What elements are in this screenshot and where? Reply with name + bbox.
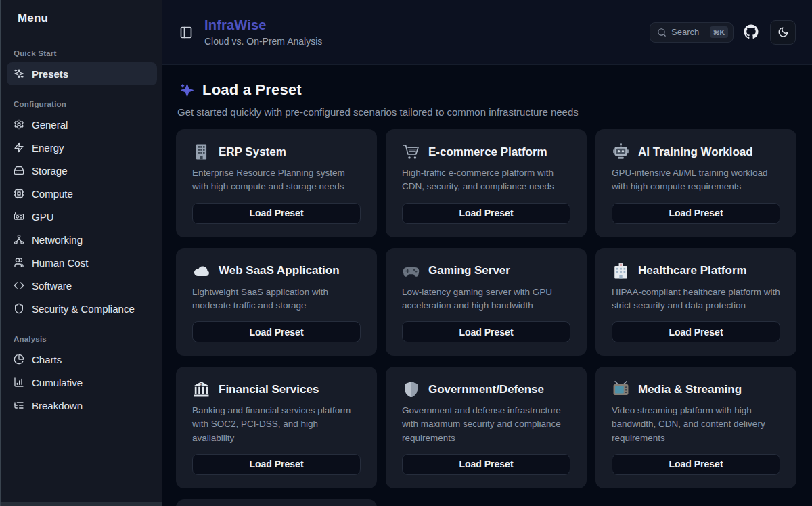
sidebar-toggle-button[interactable]	[177, 24, 195, 41]
tv-icon	[612, 380, 630, 398]
load-preset-button[interactable]: Load Preset	[402, 321, 570, 342]
gamepad-icon	[402, 262, 420, 280]
sidebar-nav-analysis: Charts Cumulative Breakdown	[1, 348, 162, 417]
sidebar-item-storage[interactable]: Storage	[7, 159, 157, 182]
load-preset-button[interactable]: Load Preset	[192, 454, 361, 475]
search-button[interactable]: Search ⌘K	[650, 22, 734, 43]
load-preset-button[interactable]: Load Preset	[402, 203, 570, 224]
github-link[interactable]	[744, 24, 760, 41]
sidebar-item-label: Cumulative	[32, 377, 83, 388]
sidebar-nav-quick-start: Presets	[1, 62, 162, 85]
code-icon	[14, 280, 24, 291]
bar-chart-icon	[14, 377, 24, 388]
preset-description: Video streaming platform with high bandw…	[612, 404, 780, 445]
preset-card-header: E-commerce Platform	[402, 143, 570, 161]
sidebar-item-security-compliance[interactable]: Security & Compliance	[7, 297, 157, 320]
shield-emoji-icon	[402, 380, 420, 398]
app-title: InfraWise	[204, 18, 322, 33]
preset-card-header: Web SaaS Application	[192, 262, 361, 280]
search-icon	[657, 28, 667, 37]
preset-card-ai-training-workload: AI Training Workload GPU-intensive AI/ML…	[595, 129, 796, 237]
preset-grid: ERP System Enterprise Resource Planning …	[176, 129, 796, 506]
load-preset-button[interactable]: Load Preset	[402, 454, 570, 475]
sidebar-item-software[interactable]: Software	[7, 274, 157, 297]
sidebar-item-energy[interactable]: Energy	[7, 136, 157, 159]
preset-card-government-defense: Government/Defense Government and defens…	[386, 367, 587, 488]
sidebar-header: Menu	[1, 0, 162, 34]
preset-card-header: Gaming Server	[402, 262, 570, 280]
preset-description: Low-latency gaming server with GPU accel…	[402, 285, 570, 313]
header-actions: Search ⌘K	[650, 20, 796, 45]
preset-title: Government/Defense	[428, 383, 544, 396]
sidebar: Menu Quick Start Presets Configuration G…	[0, 0, 162, 506]
preset-title: Financial Services	[219, 383, 319, 396]
sparkles-purple-icon	[179, 83, 195, 98]
app-title-block: InfraWise Cloud vs. On-Prem Analysis	[204, 18, 322, 47]
preset-card-erp-system: ERP System Enterprise Resource Planning …	[176, 129, 377, 237]
preset-card-header: Government/Defense	[402, 380, 570, 398]
preset-description: Government and defense infrastructure wi…	[402, 404, 570, 445]
search-shortcut-kbd: ⌘K	[710, 26, 728, 38]
settings-icon	[14, 119, 24, 130]
network-icon	[14, 234, 24, 245]
load-preset-button[interactable]: Load Preset	[612, 454, 780, 475]
hospital-icon	[612, 262, 630, 280]
preset-card-gaming-server: Gaming Server Low-latency gaming server …	[386, 248, 587, 356]
sidebar-item-human-cost[interactable]: Human Cost	[7, 251, 157, 274]
section-label-configuration: Configuration	[1, 100, 162, 108]
main-content: Load a Preset Get started quickly with p…	[162, 65, 812, 506]
sidebar-item-label: Security & Compliance	[32, 303, 135, 315]
bank-icon: $	[192, 380, 210, 398]
app-header: InfraWise Cloud vs. On-Prem Analysis Sea…	[162, 0, 812, 65]
sidebar-section-configuration: Configuration General Energy Storage Com…	[1, 85, 162, 320]
preset-card-partial	[176, 499, 377, 506]
sidebar-item-label: GPU	[32, 211, 54, 223]
users-icon	[14, 257, 24, 268]
preset-card-header: AI Training Workload	[612, 143, 780, 161]
preset-card-header: Media & Streaming	[612, 380, 780, 398]
load-preset-button[interactable]: Load Preset	[192, 203, 361, 224]
cpu-icon	[14, 188, 24, 199]
sidebar-item-cumulative[interactable]: Cumulative	[7, 371, 157, 394]
page-heading: Load a Preset	[179, 81, 796, 99]
preset-title: AI Training Workload	[638, 145, 753, 159]
sidebar-item-label: General	[32, 119, 68, 131]
preset-description: Lightweight SaaS application with modera…	[192, 285, 361, 313]
pie-chart-icon	[14, 354, 24, 365]
sidebar-section-quick-start: Quick Start Presets	[1, 34, 162, 85]
preset-title: E-commerce Platform	[428, 145, 547, 159]
search-label: Search	[671, 27, 699, 37]
section-label-analysis: Analysis	[1, 335, 162, 343]
preset-description: High-traffic e-commerce platform with CD…	[402, 166, 570, 194]
section-label-quick-start: Quick Start	[1, 49, 162, 58]
sidebar-item-label: Compute	[32, 188, 73, 200]
sidebar-item-breakdown[interactable]: Breakdown	[7, 394, 157, 417]
page-title: Load a Preset	[202, 81, 302, 99]
sidebar-item-label: Networking	[32, 234, 83, 246]
sidebar-nav-configuration: General Energy Storage Compute GPU Netwo…	[1, 113, 162, 320]
preset-title: Healthcare Platform	[638, 264, 747, 277]
sidebar-item-charts[interactable]: Charts	[7, 348, 157, 371]
building-icon	[192, 143, 210, 161]
sidebar-item-gpu[interactable]: GPU	[7, 205, 157, 228]
moon-icon	[777, 26, 789, 38]
theme-toggle-button[interactable]	[770, 20, 796, 45]
sidebar-item-compute[interactable]: Compute	[7, 182, 157, 205]
sparkles-icon	[14, 68, 24, 79]
github-icon	[744, 24, 759, 39]
preset-title: Media & Streaming	[638, 383, 742, 396]
sidebar-item-networking[interactable]: Networking	[7, 228, 157, 251]
sidebar-item-presets[interactable]: Presets	[7, 62, 157, 85]
list-tree-icon	[14, 400, 24, 411]
load-preset-button[interactable]: Load Preset	[192, 321, 361, 342]
preset-description: HIPAA-compliant healthcare platform with…	[612, 285, 780, 313]
preset-card-e-commerce-platform: E-commerce Platform High-traffic e-comme…	[386, 129, 587, 237]
shield-icon	[14, 303, 24, 314]
preset-title: Gaming Server	[428, 264, 510, 277]
window-edge	[1, 502, 162, 506]
panel-left-icon	[179, 26, 193, 39]
load-preset-button[interactable]: Load Preset	[612, 203, 780, 224]
load-preset-button[interactable]: Load Preset	[612, 321, 780, 342]
page-subtitle: Get started quickly with pre-configured …	[177, 106, 796, 118]
sidebar-item-general[interactable]: General	[7, 113, 157, 136]
